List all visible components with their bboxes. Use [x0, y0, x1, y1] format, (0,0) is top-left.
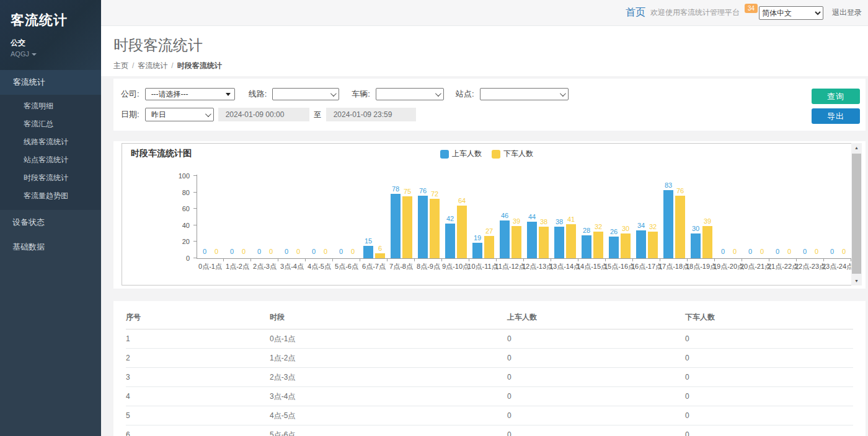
app-brand: 客流统计: [11, 11, 101, 30]
x-axis-label: 7点-8点: [388, 262, 415, 271]
legend-swatch-alighting: [492, 150, 500, 159]
x-axis-tick: [388, 259, 415, 261]
sidebar-item-客流量趋势图[interactable]: 客流量趋势图: [0, 187, 101, 205]
bar-group: 7672: [415, 175, 443, 258]
topbar: 首页 欢迎使用客流统计管理平台 34 简体中文 退出登录: [101, 0, 868, 26]
content-area: 公司: ---请选择--- 线路: 车辆: 站点:: [101, 76, 868, 436]
data-table-panel: 序号 时段 上车人数 下车人数 10点-1点0021点-2点0032点-3点00…: [113, 301, 866, 436]
x-axis-label: 15点-16点: [606, 262, 633, 271]
sidebar-item-时段客流统计[interactable]: 时段客流统计: [0, 169, 101, 187]
x-axis-tick: [278, 259, 306, 261]
sidebar-item-线路客流统计[interactable]: 线路客流统计: [0, 133, 101, 151]
date-preset-select[interactable]: 昨日: [145, 108, 214, 121]
bar-group: 00: [770, 175, 797, 258]
home-link[interactable]: 首页: [626, 6, 645, 19]
legend-item-alighting[interactable]: 下车人数: [492, 149, 533, 159]
y-axis-label: 60: [165, 205, 190, 212]
sidebar-item-设备状态[interactable]: 设备状态: [0, 210, 101, 235]
table-cell: 3点-4点: [270, 387, 507, 406]
bar-group: 8376: [661, 175, 688, 258]
x-axis-label: 2点-3点: [251, 262, 278, 271]
sidebar-item-客流汇总[interactable]: 客流汇总: [0, 115, 101, 133]
table-row: 65点-6点00: [126, 425, 853, 436]
date-preset-value: 昨日: [151, 110, 166, 120]
bar: [593, 232, 603, 258]
language-select[interactable]: 简体中文: [759, 6, 823, 20]
bar-group: 2630: [606, 175, 634, 258]
date-to-input[interactable]: 2024-01-09 23:59: [326, 108, 416, 121]
table-cell: 3: [126, 368, 270, 387]
vehicle-select[interactable]: [376, 88, 444, 100]
date-from-input[interactable]: 2024-01-09 00:00: [218, 108, 309, 121]
x-axis-tick: [660, 259, 688, 261]
x-axis-ticks: [197, 259, 851, 261]
chevron-down-icon: [435, 90, 441, 97]
station-label: 站点:: [456, 89, 474, 100]
station-select[interactable]: [480, 88, 569, 100]
bar-group: 3432: [634, 175, 661, 258]
x-axis-label: 5点-6点: [333, 262, 360, 271]
bar: [445, 224, 455, 258]
sidebar-item-站点客流统计[interactable]: 站点客流统计: [0, 151, 101, 169]
scroll-down-arrow-icon[interactable]: ▼: [851, 276, 862, 286]
bar-group: 4264: [443, 175, 470, 258]
data-table: 序号 时段 上车人数 下车人数 10点-1点0021点-2点0032点-3点00…: [126, 306, 853, 436]
legend-item-boarding[interactable]: 上车人数: [440, 149, 482, 159]
table-cell: 0: [507, 368, 685, 387]
export-button[interactable]: 导出: [812, 108, 860, 124]
x-axis-tick: [251, 259, 278, 261]
line-select[interactable]: [272, 88, 339, 100]
bar: [566, 224, 576, 258]
bar-group: 00: [334, 175, 361, 258]
bar-value-label: 6: [371, 245, 389, 252]
sidebar-logo: 客流统计 公交 AQGJ: [0, 0, 101, 70]
bar: [554, 227, 564, 258]
bar-group: 00: [797, 175, 825, 258]
bar-group: 00: [743, 175, 770, 258]
x-axis-tick: [715, 259, 742, 261]
breadcrumb-section[interactable]: 客流统计: [138, 61, 167, 70]
y-axis-label: 80: [165, 189, 190, 196]
bar: [391, 194, 401, 258]
y-axis-label: 20: [165, 238, 190, 245]
sidebar-item-基础数据[interactable]: 基础数据: [0, 235, 101, 259]
x-axis-label: 22点-23点: [797, 262, 824, 271]
bar-group: 00: [252, 175, 279, 258]
x-axis-tick: [333, 259, 360, 261]
x-axis-tick: [688, 259, 715, 261]
scroll-up-arrow-icon[interactable]: ▲: [851, 143, 862, 152]
bar: [691, 233, 701, 258]
company-select[interactable]: ---请选择---: [145, 88, 235, 100]
bar: [636, 230, 646, 258]
bar-value-label: 41: [562, 216, 580, 223]
bar: [402, 196, 412, 258]
chart-scrollbar[interactable]: ▲ ▼: [851, 143, 862, 286]
bar: [539, 227, 549, 258]
x-axis-label: 14点-15点: [578, 262, 606, 271]
scroll-thumb[interactable]: [852, 154, 861, 274]
x-axis-label: 16点-17点: [633, 262, 660, 271]
table-row: 43点-4点00: [126, 387, 853, 406]
x-axis-label: 3点-4点: [278, 262, 306, 271]
logout-link[interactable]: 退出登录: [832, 7, 862, 18]
table-cell: 0: [685, 329, 853, 349]
bar-group: 7875: [388, 175, 415, 258]
x-axis-tick: [578, 259, 606, 261]
line-label: 线路:: [249, 89, 267, 100]
chart-legend: 上车人数 下车人数: [440, 149, 533, 159]
table-cell: 0: [685, 349, 853, 368]
breadcrumb-home[interactable]: 主页: [113, 61, 128, 70]
sidebar-item-客流明细[interactable]: 客流明细: [0, 97, 101, 115]
table-cell: 0: [507, 425, 685, 436]
chevron-down-icon: [559, 90, 565, 97]
x-axis-label: 4点-5点: [306, 262, 333, 271]
table-cell: 0: [685, 425, 853, 436]
bar: [675, 196, 685, 258]
query-button[interactable]: 查询: [812, 89, 860, 104]
table-cell: 0点-1点: [270, 329, 507, 349]
bar-value-label: 72: [425, 190, 444, 198]
sidebar-item-客流统计[interactable]: 客流统计: [0, 70, 101, 95]
bar-group: 4639: [497, 175, 525, 258]
org-code-dropdown[interactable]: AQGJ: [11, 50, 101, 58]
table-cell: 0: [685, 387, 853, 406]
